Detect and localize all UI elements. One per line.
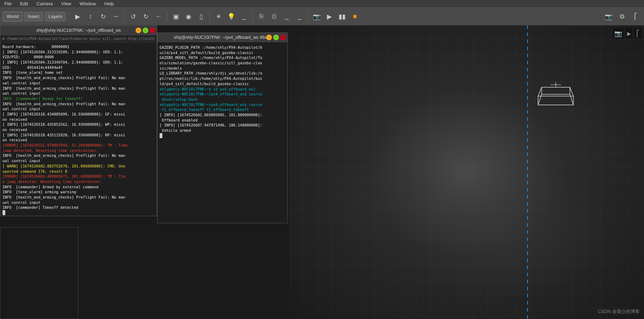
term-line: [ INFO] [1674526518.435052562, 16.936000… [2, 122, 155, 132]
menu-window[interactable]: Window [78, 0, 97, 7]
term-line: [ INFO] [1674526518.434885099, 16.936000… [2, 112, 155, 122]
term-line: INFO [tone_alarm] arming warning [2, 189, 155, 195]
terminal-1-path-bar: ⊞ /home/xhly/PX4-Autopilot/launch/mavros… [0, 35, 157, 43]
term-line: INFO [health_and_arming_checks] Prefligh… [2, 75, 155, 85]
term-line: GAZEBO_PLUGIN_PATH :/home/xhly/PX4-Autop… [160, 45, 285, 55]
bottom-panel [0, 227, 78, 319]
term-line: INFO [health_and_arming_checks] Prefligh… [2, 101, 155, 112]
undo2-button[interactable]: ← [153, 11, 164, 22]
term-line: INFO [commander] Takeoff detected [2, 205, 155, 210]
record-button[interactable]: ▮▮ [336, 11, 348, 22]
insert-button[interactable]: Insert [24, 12, 43, 22]
term-line: [ INFO] [1674526504.313349704, 2.9440000… [2, 60, 155, 70]
menu-camera[interactable]: Camera [35, 0, 54, 7]
ground-plane [290, 25, 644, 319]
menu-help[interactable]: Help [103, 0, 115, 7]
term-line: INFO [health_and_arming_checks] Prefligh… [2, 86, 155, 96]
toolbar-separator-3 [167, 11, 167, 22]
screenshot-viewport-icon[interactable]: 📷 [613, 28, 624, 39]
light-button[interactable]: 💡 [226, 11, 237, 22]
term-line: [ INFO] [1674526504.313319209, 2.9440000… [2, 49, 155, 60]
term-line: [ WARN] [1674526602.883752670, 101.09600… [2, 164, 155, 174]
draw-button[interactable]: ⎯ [281, 11, 292, 22]
camera-button[interactable]: 📷 [311, 11, 322, 22]
vertical-axis-line [527, 25, 528, 319]
measure-button[interactable]: ⎯ [294, 11, 305, 22]
toolbar-separator-5 [252, 11, 253, 22]
sun-button[interactable]: ☀ [213, 11, 224, 22]
term-line: [ INFO] [1674526607.947871496, 106.14800… [160, 123, 285, 133]
terminal-1-path: ⊞ /home/xhly/PX4-Autopilot/launch/mavros… [2, 37, 155, 41]
term-line: xhly@xhly-NUC10i7FNK:~/px4_offboard_ws$ … [160, 102, 285, 112]
terminal-2-close[interactable]: ✕ [280, 35, 286, 40]
terminals-area: xhly@xhly-NUC10i7FNK: ~/px4_offboard_ws … [0, 25, 290, 319]
terminal-1-body: Board hardware: 00000001 [ INFO] [167452… [0, 43, 157, 216]
toolbar: World Insert Layers ▶ ↕ ↻ ↔ ↺ ↻ ← ▣ ◉ ▯ … [0, 8, 644, 25]
layers-button[interactable]: Layers [44, 12, 66, 22]
term-line: xhly@xhly-NUC10i7FNK:~$ cd px4_offboard_… [160, 87, 285, 92]
term-line: Board hardware: 00000001 [2, 44, 155, 49]
box-shape-button[interactable]: ▣ [170, 11, 181, 22]
watermark: CSDN @晨少的博客 [598, 308, 640, 315]
undo-button[interactable]: ↺ [127, 11, 139, 22]
copy-button[interactable]: ⎘ [256, 11, 267, 22]
menu-file[interactable]: File [3, 0, 13, 7]
menu-edit[interactable]: Edit [19, 0, 29, 7]
toolbar-separator-4 [210, 11, 210, 22]
terminal-2-body: GAZEBO_PLUGIN_PATH :/home/xhly/PX4-Autop… [157, 42, 287, 223]
terminal-1-minimize[interactable]: − [136, 28, 141, 33]
term-line: [ INFO] [1674526602.869885005, 101.08000… [160, 112, 285, 123]
terminal-1-close[interactable]: ✕ [150, 28, 155, 33]
paste-button[interactable]: ⎙ [268, 11, 280, 22]
term-line: [ERROR] [1674526603.480003673, 101.68800… [2, 174, 155, 184]
terminal-2-minimize[interactable]: − [266, 35, 272, 40]
graph-button[interactable]: ⎡ [630, 11, 641, 22]
graph-viewport-icon[interactable]: ⎡ [634, 28, 641, 39]
terminal-2-maximize[interactable]: □ [273, 35, 279, 40]
orange-btn[interactable]: ■ [349, 11, 360, 22]
term-cursor-line [2, 210, 155, 216]
menu-view[interactable]: View [60, 0, 73, 7]
term-line: INFO [commander] Armed by external comma… [2, 184, 155, 190]
terminal-1-titlebar: xhly@xhly-NUC10i7FNK: ~/px4_offboard_ws … [0, 26, 157, 35]
term-line: xhly@xhly-NUC10i7FNK:~/px4_offboard_ws$ … [160, 91, 285, 102]
terminal-2: xhly@xhly-NUC10i7FNK: ~/px4_offboard_ws … [157, 33, 288, 223]
toolbar-separator-1 [69, 11, 69, 22]
terminal-1-maximize[interactable]: □ [143, 28, 148, 33]
settings-button[interactable]: ⚙ [616, 11, 628, 22]
terminal-1: xhly@xhly-NUC10i7FNK: ~/px4_offboard_ws … [0, 25, 157, 216]
video-button[interactable]: ▶ [324, 11, 335, 22]
sphere-shape-button[interactable]: ◉ [183, 11, 194, 22]
svg-rect-1 [542, 87, 570, 94]
term-cursor-line-2 [160, 133, 285, 139]
svg-rect-0 [538, 96, 573, 105]
main-content: xhly@xhly-NUC10i7FNK: ~/px4_offboard_ws … [0, 25, 644, 319]
terminal-2-title: xhly@xhly-NUC10i7FNK: ~/px4_offboard_ws … [174, 35, 271, 40]
cylinder-shape-button[interactable]: ▯ [196, 11, 207, 22]
svg-line-2 [538, 87, 542, 96]
redo-button[interactable]: ↻ [140, 11, 151, 22]
screenshot-button[interactable]: 📷 [603, 11, 614, 22]
record-viewport-icon[interactable]: ▶ [626, 28, 632, 39]
translate-tool-button[interactable]: ↕ [85, 11, 96, 22]
world-button[interactable]: World [3, 12, 23, 22]
toolbar-separator-6 [308, 11, 308, 22]
select-tool-button[interactable]: ▶ [72, 11, 83, 22]
term-line: [ INFO] [1674526518.435115928, 16.936000… [2, 132, 155, 143]
viewport-3d[interactable]: 📷 ▶ ⎡ CSDN @晨少的博客 [290, 25, 644, 319]
viewport-icons: 📷 ▶ ⎡ [613, 28, 641, 39]
term-line: LD_LIBRARY_PATH /home/xhly/dji_ws/devel/… [160, 71, 285, 86]
term-line: GAZEBO_MODEL_PATH :/home/xhly/PX4-Autopi… [160, 55, 285, 71]
term-line: INFO [health_and_arming_checks] Prefligh… [2, 153, 155, 163]
rotate-tool-button[interactable]: ↻ [97, 11, 109, 22]
svg-line-3 [570, 87, 573, 96]
term-line: INFO [health_and_arming_checks] Prefligh… [2, 195, 155, 205]
term-line: INFO [tone_alarm] home set [2, 70, 155, 75]
drone-model [531, 82, 577, 103]
scale-tool-button[interactable]: ↔ [110, 11, 121, 22]
terminal-1-title: xhly@xhly-NUC10i7FNK: ~/px4_offboard_ws [36, 28, 121, 33]
toolbar-separator-2 [124, 11, 125, 22]
terminal-1-controls: − □ ✕ [136, 28, 155, 33]
terminal-2-controls: − □ ✕ [266, 35, 286, 40]
beam-button[interactable]: ⎯ [238, 11, 250, 22]
